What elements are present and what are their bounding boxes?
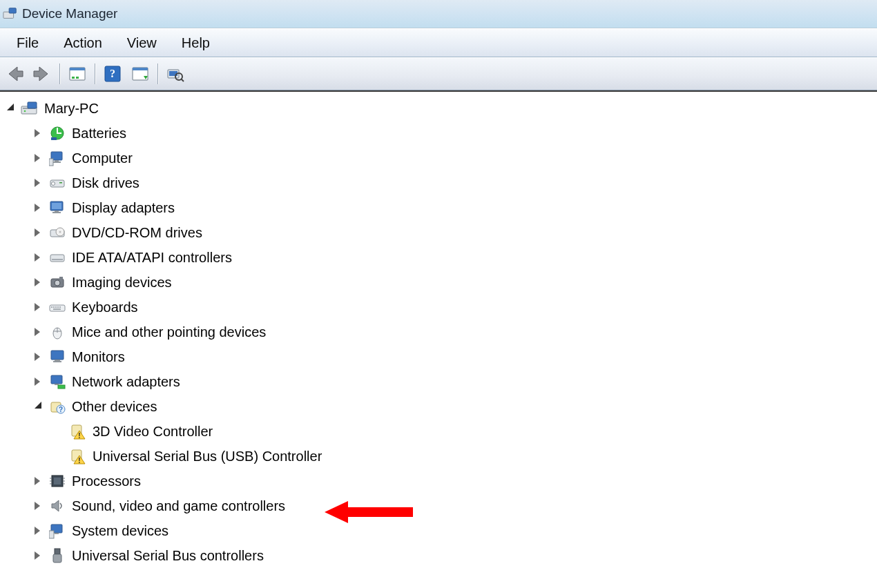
tree-item-computer[interactable]: Computer — [35, 146, 876, 170]
computer-icon — [48, 150, 66, 166]
tree-item-label: Disk drives — [72, 170, 139, 195]
tree-item-label: 3D Video Controller — [93, 419, 213, 444]
expand-toggle-icon[interactable] — [35, 128, 44, 138]
properties-button[interactable] — [66, 62, 89, 86]
expand-toggle-icon[interactable] — [35, 277, 44, 287]
tree-item-sound-video-game[interactable]: Sound, video and game controllers — [35, 493, 876, 518]
title-bar[interactable]: Device Manager — [0, 0, 877, 28]
tree-item-label: Network adapters — [72, 369, 180, 394]
tree-item-label: Batteries — [72, 121, 126, 146]
menu-action[interactable]: Action — [51, 32, 115, 54]
tree-item-label: IDE ATA/ATAPI controllers — [72, 245, 232, 270]
tree-item-ide[interactable]: IDE ATA/ATAPI controllers — [35, 245, 876, 270]
tree-item-disk-drives[interactable]: Disk drives — [35, 170, 876, 195]
toolbar-separator — [95, 63, 95, 84]
menu-help[interactable]: Help — [169, 32, 222, 54]
ide-icon — [48, 249, 66, 266]
sound-icon — [48, 498, 66, 514]
tree-item-label: Imaging devices — [72, 270, 172, 295]
expand-toggle-icon[interactable] — [35, 501, 44, 511]
tree-item-3d-video-controller[interactable]: 3D Video Controller — [69, 419, 876, 444]
other-icon — [48, 398, 66, 415]
device-tree: Mary-PC Batteries Computer Disk drives — [7, 96, 876, 568]
warning-device-icon — [69, 448, 87, 464]
tree-item-label: Universal Serial Bus controllers — [72, 543, 264, 568]
tree-item-label: Keyboards — [72, 295, 138, 320]
battery-icon — [48, 125, 66, 141]
toolbar-separator — [59, 63, 60, 84]
tree-item-label: DVD/CD-ROM drives — [72, 220, 202, 245]
tree-item-mice[interactable]: Mice and other pointing devices — [35, 320, 876, 344]
tree-item-other-devices[interactable]: Other devices — [35, 394, 876, 419]
tree-item-imaging[interactable]: Imaging devices — [35, 270, 876, 295]
tree-item-label: System devices — [72, 518, 168, 543]
expand-toggle-icon[interactable] — [35, 526, 44, 536]
find-device-button[interactable] — [164, 62, 187, 86]
expand-toggle-icon[interactable] — [35, 153, 44, 163]
cpu-icon — [48, 473, 66, 489]
expand-toggle-icon[interactable] — [35, 253, 44, 262]
disk-icon — [48, 175, 66, 191]
tree-item-label: Display adapters — [72, 195, 175, 220]
help-button[interactable] — [101, 62, 124, 86]
expand-toggle-icon[interactable] — [35, 302, 44, 312]
window-title: Device Manager — [22, 6, 117, 21]
expand-toggle-icon[interactable] — [35, 551, 44, 560]
tree-root-label: Mary-PC — [44, 96, 99, 121]
expand-toggle-icon[interactable] — [7, 104, 17, 113]
display-icon — [48, 199, 66, 216]
menu-view[interactable]: View — [115, 32, 169, 54]
tree-item-system-devices[interactable]: System devices — [35, 518, 876, 543]
network-icon — [48, 373, 66, 390]
annotation-arrow-icon — [325, 498, 414, 526]
computer-root-icon — [21, 100, 39, 117]
expand-toggle-icon[interactable] — [35, 352, 44, 362]
tree-item-dvd-cdrom[interactable]: DVD/CD-ROM drives — [35, 220, 876, 245]
tree-item-batteries[interactable]: Batteries — [35, 121, 876, 146]
tree-item-monitors[interactable]: Monitors — [35, 344, 876, 369]
tree-item-keyboards[interactable]: Keyboards — [35, 295, 876, 320]
back-button[interactable] — [3, 62, 26, 86]
title-bar-icon — [3, 6, 18, 21]
tree-item-label: Computer — [72, 146, 133, 170]
expand-toggle-icon[interactable] — [35, 327, 44, 337]
tree-item-label: Other devices — [72, 394, 157, 419]
imaging-icon — [48, 274, 66, 291]
warning-device-icon — [69, 423, 87, 440]
tree-item-label: Mice and other pointing devices — [72, 320, 266, 344]
svg-marker-73 — [325, 501, 413, 523]
mouse-icon — [48, 324, 66, 340]
device-manager-window: Device Manager File Action View Help Mar… — [0, 0, 877, 588]
expand-toggle-icon[interactable] — [35, 402, 44, 411]
usb-icon — [48, 547, 66, 564]
expand-toggle-icon[interactable] — [35, 476, 44, 486]
dvd-icon — [48, 224, 66, 241]
keyboard-icon — [48, 299, 66, 315]
toolbar — [0, 57, 877, 90]
tree-item-label: Processors — [72, 469, 141, 493]
tree-item-network[interactable]: Network adapters — [35, 369, 876, 394]
menu-bar: File Action View Help — [0, 28, 877, 57]
tree-item-label: Universal Serial Bus (USB) Controller — [93, 444, 322, 469]
tree-root[interactable]: Mary-PC — [7, 96, 876, 121]
monitor-icon — [48, 349, 66, 365]
menu-file[interactable]: File — [4, 32, 51, 54]
expand-toggle-icon[interactable] — [35, 203, 44, 213]
tree-item-usb-controller-unknown[interactable]: Universal Serial Bus (USB) Controller — [69, 444, 876, 469]
tree-item-display-adapters[interactable]: Display adapters — [35, 195, 876, 220]
tree-item-label: Monitors — [72, 344, 125, 369]
forward-button[interactable] — [30, 62, 54, 86]
tree-item-usb-controllers[interactable]: Universal Serial Bus controllers — [35, 543, 876, 568]
device-tree-panel[interactable]: Mary-PC Batteries Computer Disk drives — [0, 90, 877, 588]
tree-item-processors[interactable]: Processors — [35, 469, 876, 493]
toolbar-separator — [157, 63, 158, 84]
system-icon — [48, 522, 66, 539]
expand-toggle-icon[interactable] — [35, 178, 44, 188]
scan-button[interactable] — [128, 62, 152, 86]
expand-toggle-icon[interactable] — [35, 377, 44, 386]
expand-toggle-icon[interactable] — [35, 228, 44, 237]
tree-item-label: Sound, video and game controllers — [72, 493, 285, 518]
